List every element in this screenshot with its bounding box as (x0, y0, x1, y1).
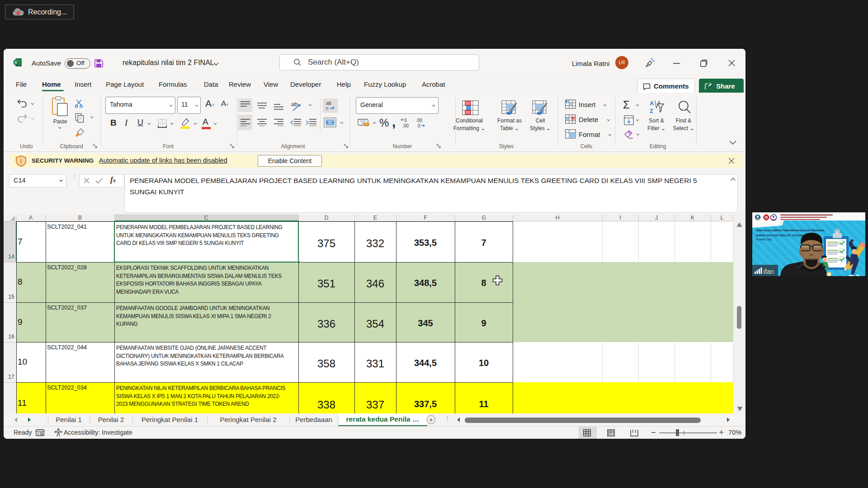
svg-text:.00: .00 (402, 123, 409, 128)
svg-text:Z: Z (650, 108, 653, 114)
svg-text:0: 0 (404, 118, 407, 123)
svg-text:DISKUSI KELOMPOK TERPUMPUN SEL: DISKUSI KELOMPOK TERPUMPUN SELEKSI PROPO… (756, 229, 825, 232)
svg-text:A: A (650, 100, 654, 107)
svg-text:.00: .00 (416, 118, 422, 123)
svg-text:0: 0 (418, 123, 420, 128)
svg-text:c: c (326, 105, 329, 111)
svg-text:25 APRIL 2022: 25 APRIL 2022 (756, 238, 772, 241)
svg-text:ifan: ifan (764, 268, 774, 275)
svg-text:!: ! (20, 157, 22, 165)
svg-text:ab: ab (291, 101, 297, 108)
